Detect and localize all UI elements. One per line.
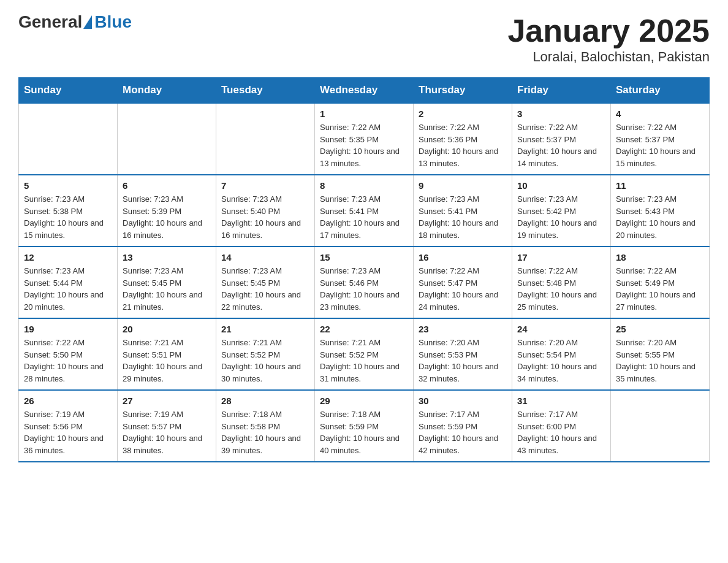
day-info: Sunrise: 7:20 AM Sunset: 5:55 PM Dayligh… (616, 337, 704, 385)
calendar-cell: 23Sunrise: 7:20 AM Sunset: 5:53 PM Dayli… (414, 318, 512, 390)
day-number: 27 (123, 396, 211, 406)
calendar-cell: 21Sunrise: 7:21 AM Sunset: 5:52 PM Dayli… (216, 318, 315, 390)
day-number: 2 (419, 109, 507, 119)
page-header: General Blue January 2025 Loralai, Baloc… (18, 12, 710, 65)
calendar-cell: 6Sunrise: 7:23 AM Sunset: 5:39 PM Daylig… (118, 175, 216, 247)
calendar-cell: 18Sunrise: 7:22 AM Sunset: 5:49 PM Dayli… (611, 247, 710, 318)
calendar-week-row: 19Sunrise: 7:22 AM Sunset: 5:50 PM Dayli… (19, 318, 710, 390)
calendar-subtitle: Loralai, Balochistan, Pakistan (507, 49, 710, 65)
day-info: Sunrise: 7:22 AM Sunset: 5:50 PM Dayligh… (24, 337, 112, 385)
day-number: 25 (616, 324, 704, 334)
calendar-header-row: SundayMondayTuesdayWednesdayThursdayFrid… (19, 78, 710, 104)
calendar-cell: 1Sunrise: 7:22 AM Sunset: 5:35 PM Daylig… (315, 103, 414, 175)
day-number: 9 (419, 180, 507, 191)
day-info: Sunrise: 7:23 AM Sunset: 5:40 PM Dayligh… (221, 193, 309, 241)
calendar-cell: 13Sunrise: 7:23 AM Sunset: 5:45 PM Dayli… (118, 247, 216, 318)
calendar-cell: 28Sunrise: 7:18 AM Sunset: 5:58 PM Dayli… (216, 390, 315, 462)
day-info: Sunrise: 7:23 AM Sunset: 5:42 PM Dayligh… (517, 193, 605, 241)
day-number: 23 (419, 324, 507, 334)
day-info: Sunrise: 7:22 AM Sunset: 5:49 PM Dayligh… (616, 265, 704, 313)
calendar-cell: 11Sunrise: 7:23 AM Sunset: 5:43 PM Dayli… (611, 175, 710, 247)
calendar-cell: 2Sunrise: 7:22 AM Sunset: 5:36 PM Daylig… (414, 103, 512, 175)
day-number: 29 (320, 396, 408, 406)
day-info: Sunrise: 7:18 AM Sunset: 5:59 PM Dayligh… (320, 408, 408, 456)
day-info: Sunrise: 7:21 AM Sunset: 5:51 PM Dayligh… (123, 337, 211, 385)
calendar-week-row: 26Sunrise: 7:19 AM Sunset: 5:56 PM Dayli… (19, 390, 710, 462)
calendar-cell (118, 103, 216, 175)
calendar-week-row: 5Sunrise: 7:23 AM Sunset: 5:38 PM Daylig… (19, 175, 710, 247)
day-info: Sunrise: 7:18 AM Sunset: 5:58 PM Dayligh… (221, 408, 309, 456)
day-number: 31 (517, 396, 605, 406)
column-header-tuesday: Tuesday (216, 78, 315, 104)
day-number: 24 (517, 324, 605, 334)
column-header-wednesday: Wednesday (315, 78, 414, 104)
logo-triangle-icon (83, 15, 92, 29)
calendar-cell: 16Sunrise: 7:22 AM Sunset: 5:47 PM Dayli… (414, 247, 512, 318)
day-info: Sunrise: 7:22 AM Sunset: 5:37 PM Dayligh… (517, 121, 605, 169)
calendar-cell: 17Sunrise: 7:22 AM Sunset: 5:48 PM Dayli… (512, 247, 611, 318)
calendar-cell: 3Sunrise: 7:22 AM Sunset: 5:37 PM Daylig… (512, 103, 611, 175)
calendar-cell (611, 390, 710, 462)
day-number: 8 (320, 180, 408, 191)
day-number: 11 (616, 180, 704, 191)
day-number: 21 (221, 324, 309, 334)
calendar-cell: 22Sunrise: 7:21 AM Sunset: 5:52 PM Dayli… (315, 318, 414, 390)
calendar-cell: 12Sunrise: 7:23 AM Sunset: 5:44 PM Dayli… (19, 247, 118, 318)
calendar-cell: 24Sunrise: 7:20 AM Sunset: 5:54 PM Dayli… (512, 318, 611, 390)
day-number: 30 (419, 396, 507, 406)
calendar-cell: 30Sunrise: 7:17 AM Sunset: 5:59 PM Dayli… (414, 390, 512, 462)
calendar-cell: 14Sunrise: 7:23 AM Sunset: 5:45 PM Dayli… (216, 247, 315, 318)
calendar-cell (216, 103, 315, 175)
calendar-table: SundayMondayTuesdayWednesdayThursdayFrid… (18, 77, 710, 462)
day-info: Sunrise: 7:22 AM Sunset: 5:36 PM Dayligh… (419, 121, 507, 169)
column-header-saturday: Saturday (611, 78, 710, 104)
calendar-cell: 9Sunrise: 7:23 AM Sunset: 5:41 PM Daylig… (414, 175, 512, 247)
day-info: Sunrise: 7:23 AM Sunset: 5:43 PM Dayligh… (616, 193, 704, 241)
day-info: Sunrise: 7:21 AM Sunset: 5:52 PM Dayligh… (221, 337, 309, 385)
day-info: Sunrise: 7:22 AM Sunset: 5:37 PM Dayligh… (616, 121, 704, 169)
day-info: Sunrise: 7:23 AM Sunset: 5:39 PM Dayligh… (123, 193, 211, 241)
day-info: Sunrise: 7:23 AM Sunset: 5:44 PM Dayligh… (24, 265, 112, 313)
calendar-cell (19, 103, 118, 175)
calendar-title: January 2025 (507, 12, 710, 49)
calendar-cell: 15Sunrise: 7:23 AM Sunset: 5:46 PM Dayli… (315, 247, 414, 318)
calendar-cell: 5Sunrise: 7:23 AM Sunset: 5:38 PM Daylig… (19, 175, 118, 247)
day-info: Sunrise: 7:20 AM Sunset: 5:54 PM Dayligh… (517, 337, 605, 385)
day-number: 14 (221, 252, 309, 262)
day-number: 5 (24, 180, 112, 191)
day-info: Sunrise: 7:17 AM Sunset: 6:00 PM Dayligh… (517, 408, 605, 456)
day-info: Sunrise: 7:22 AM Sunset: 5:48 PM Dayligh… (517, 265, 605, 313)
day-number: 1 (320, 109, 408, 119)
day-info: Sunrise: 7:23 AM Sunset: 5:46 PM Dayligh… (320, 265, 408, 313)
title-section: January 2025 Loralai, Balochistan, Pakis… (507, 12, 710, 65)
day-number: 12 (24, 252, 112, 262)
calendar-cell: 8Sunrise: 7:23 AM Sunset: 5:41 PM Daylig… (315, 175, 414, 247)
day-number: 7 (221, 180, 309, 191)
logo-general-text: General (18, 12, 82, 32)
day-number: 28 (221, 396, 309, 406)
calendar-cell: 29Sunrise: 7:18 AM Sunset: 5:59 PM Dayli… (315, 390, 414, 462)
day-info: Sunrise: 7:21 AM Sunset: 5:52 PM Dayligh… (320, 337, 408, 385)
day-info: Sunrise: 7:22 AM Sunset: 5:35 PM Dayligh… (320, 121, 408, 169)
column-header-friday: Friday (512, 78, 611, 104)
day-number: 6 (123, 180, 211, 191)
calendar-cell: 4Sunrise: 7:22 AM Sunset: 5:37 PM Daylig… (611, 103, 710, 175)
day-number: 20 (123, 324, 211, 334)
day-info: Sunrise: 7:23 AM Sunset: 5:41 PM Dayligh… (419, 193, 507, 241)
day-info: Sunrise: 7:22 AM Sunset: 5:47 PM Dayligh… (419, 265, 507, 313)
day-number: 10 (517, 180, 605, 191)
column-header-monday: Monday (118, 78, 216, 104)
calendar-cell: 7Sunrise: 7:23 AM Sunset: 5:40 PM Daylig… (216, 175, 315, 247)
calendar-cell: 25Sunrise: 7:20 AM Sunset: 5:55 PM Dayli… (611, 318, 710, 390)
calendar-week-row: 12Sunrise: 7:23 AM Sunset: 5:44 PM Dayli… (19, 247, 710, 318)
day-info: Sunrise: 7:17 AM Sunset: 5:59 PM Dayligh… (419, 408, 507, 456)
calendar-week-row: 1Sunrise: 7:22 AM Sunset: 5:35 PM Daylig… (19, 103, 710, 175)
column-header-thursday: Thursday (414, 78, 512, 104)
day-info: Sunrise: 7:23 AM Sunset: 5:45 PM Dayligh… (221, 265, 309, 313)
day-number: 15 (320, 252, 408, 262)
column-header-sunday: Sunday (19, 78, 118, 104)
calendar-cell: 27Sunrise: 7:19 AM Sunset: 5:57 PM Dayli… (118, 390, 216, 462)
calendar-cell: 26Sunrise: 7:19 AM Sunset: 5:56 PM Dayli… (19, 390, 118, 462)
day-number: 13 (123, 252, 211, 262)
calendar-cell: 19Sunrise: 7:22 AM Sunset: 5:50 PM Dayli… (19, 318, 118, 390)
